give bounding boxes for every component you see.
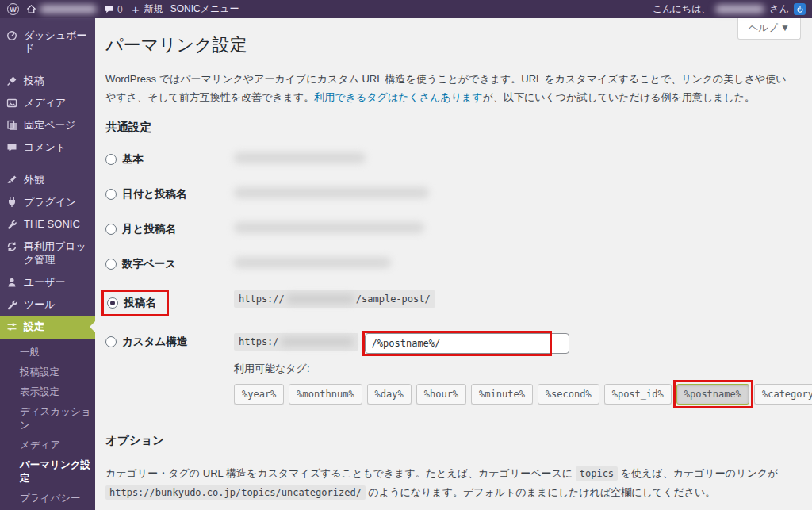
tag-button-year[interactable]: %year% [234, 384, 284, 405]
tag-button-monthnum[interactable]: %monthnum% [289, 384, 362, 405]
user-icon [6, 277, 17, 288]
postname-url-example: https:///sample-post/ [234, 290, 435, 308]
user-suffix: さん [769, 2, 789, 16]
power-icon [796, 6, 804, 13]
common-settings-heading: 共通設定 [105, 120, 796, 135]
submenu-reading[interactable]: 表示設定 [0, 382, 95, 402]
radio-plain[interactable] [105, 154, 117, 165]
wordpress-logo-icon[interactable]: W [7, 3, 19, 15]
site-menu[interactable] [26, 4, 97, 14]
radio-month-name[interactable] [105, 224, 117, 235]
radio-custom-structure[interactable] [105, 336, 117, 347]
tag-button-post-id[interactable]: %post_id% [604, 384, 672, 405]
settings-sliders-icon [6, 321, 17, 332]
redacted-url-example [234, 257, 391, 268]
admin-sidebar: ダッシュボード 投稿 メディア 固定ページ コメント 外観 プラグイン THE … [0, 18, 95, 510]
pages-icon [6, 120, 17, 131]
intro-paragraph: WordPress ではパーマリンクやアーカイブにカスタム URL 構造を使うこ… [105, 70, 796, 107]
comment-count: 0 [117, 4, 123, 15]
sidebar-item-media[interactable]: メディア [0, 92, 95, 114]
option-row-plain: 基本 [105, 151, 796, 167]
tag-button-day[interactable]: %day% [367, 384, 412, 405]
redacted-url-example [234, 222, 424, 233]
sidebar-item-reusable-blocks[interactable]: 再利用ブロック管理 [0, 236, 95, 271]
sidebar-item-plugins[interactable]: プラグイン [0, 191, 95, 213]
option-row-postname: 投稿名 https:///sample-post/ [105, 290, 796, 314]
submenu-general[interactable]: 一般 [0, 343, 95, 362]
options-description: カテゴリー・タグの URL 構造をカスタマイズすることもできます。たとえば、カテ… [105, 464, 796, 503]
media-icon [6, 98, 17, 109]
logout-power-button[interactable] [794, 3, 806, 15]
plugin-icon [6, 197, 17, 208]
tag-button-category[interactable]: %category% [754, 384, 812, 405]
available-tags-label: 利用可能なタグ: [234, 362, 796, 376]
new-content-menu[interactable]: ＋ 新規 [130, 2, 163, 16]
settings-submenu: 一般 投稿設定 表示設定 ディスカッション メディア パーマリンク設定 プライバ… [0, 339, 95, 510]
available-tags-link[interactable]: 利用できるタグはたくさんあります [314, 91, 482, 103]
submenu-privacy[interactable]: プライバシー [0, 489, 95, 508]
redacted-domain [281, 337, 354, 347]
redacted-url-example [234, 152, 366, 163]
new-label: 新規 [144, 2, 163, 16]
submenu-media[interactable]: メディア [0, 435, 95, 455]
redacted-site-name [40, 5, 97, 13]
sidebar-item-the-sonic[interactable]: THE SONIC [0, 213, 95, 236]
redacted-domain [286, 294, 354, 304]
option-label: カスタム構造 [122, 335, 187, 349]
sidebar-item-comments[interactable]: コメント [0, 136, 95, 159]
dashboard-icon [6, 30, 17, 41]
submenu-writing[interactable]: 投稿設定 [0, 362, 95, 382]
radio-day-name[interactable] [105, 189, 117, 200]
sidebar-item-appearance[interactable]: 外観 [0, 169, 95, 191]
option-label: 数字ベース [122, 257, 176, 271]
tag-button-postname[interactable]: %postname% [676, 384, 749, 405]
tag-button-second[interactable]: %second% [538, 384, 599, 405]
custom-structure-input[interactable] [365, 333, 569, 354]
radio-postname-selected[interactable] [107, 297, 118, 309]
home-icon [26, 4, 36, 14]
sidebar-item-posts[interactable]: 投稿 [0, 70, 95, 92]
option-label: 月と投稿名 [122, 222, 176, 236]
sidebar-item-users[interactable]: ユーザー [0, 271, 95, 293]
help-button[interactable]: ヘルプ ▼ [737, 18, 801, 40]
available-tags-row: %year% %monthnum% %day% %hour% %minute% … [234, 384, 796, 405]
submenu-discussion[interactable]: ディスカッション [0, 402, 95, 435]
wrench-icon [6, 219, 17, 230]
recycle-arrows-icon [6, 241, 17, 252]
submenu-permalinks[interactable]: パーマリンク設定 [0, 455, 95, 489]
paintbrush-icon [6, 174, 17, 186]
comments-icon [6, 142, 17, 153]
option-label: 日付と投稿名 [122, 187, 186, 201]
example-url-code: https://bunkyudo.co.jp/topics/uncategori… [105, 485, 366, 500]
admin-bar: W 0 ＋ 新規 SONICメニュー こんにちは、 さん [0, 0, 812, 18]
comments-indicator[interactable]: 0 [104, 4, 123, 15]
sidebar-item-dashboard[interactable]: ダッシュボード [0, 25, 95, 60]
pin-icon [6, 75, 17, 86]
options-heading: オプション [105, 433, 796, 448]
sonic-menu[interactable]: SONICメニュー [170, 2, 239, 16]
redacted-user-name [715, 5, 764, 13]
custom-url-prefix: https:/ [234, 333, 358, 351]
page-title: パーマリンク設定 [105, 33, 796, 57]
option-row-custom: カスタム構造 https:/ [105, 333, 796, 354]
option-row-month-name: 月と投稿名 [105, 220, 796, 236]
main-content: ヘルプ ▼ パーマリンク設定 WordPress ではパーマリンクやアーカイブに… [95, 18, 812, 510]
plus-icon: ＋ [130, 4, 141, 15]
option-row-day-name: 日付と投稿名 [105, 186, 796, 201]
topics-code: topics [576, 466, 618, 481]
tag-button-minute[interactable]: %minute% [471, 384, 533, 405]
tools-icon [6, 299, 17, 310]
option-label: 基本 [122, 152, 144, 167]
tag-button-hour[interactable]: %hour% [416, 384, 466, 405]
sidebar-item-settings[interactable]: 設定 [0, 316, 95, 338]
comment-bubble-icon [104, 4, 114, 14]
radio-numeric[interactable] [105, 259, 117, 270]
option-row-numeric: 数字ベース [105, 255, 796, 271]
redacted-url-example [234, 187, 429, 198]
sidebar-item-tools[interactable]: ツール [0, 293, 95, 316]
option-label: 投稿名 [124, 296, 156, 310]
sidebar-item-pages[interactable]: 固定ページ [0, 114, 95, 136]
greeting-text: こんにちは、 [653, 2, 710, 16]
